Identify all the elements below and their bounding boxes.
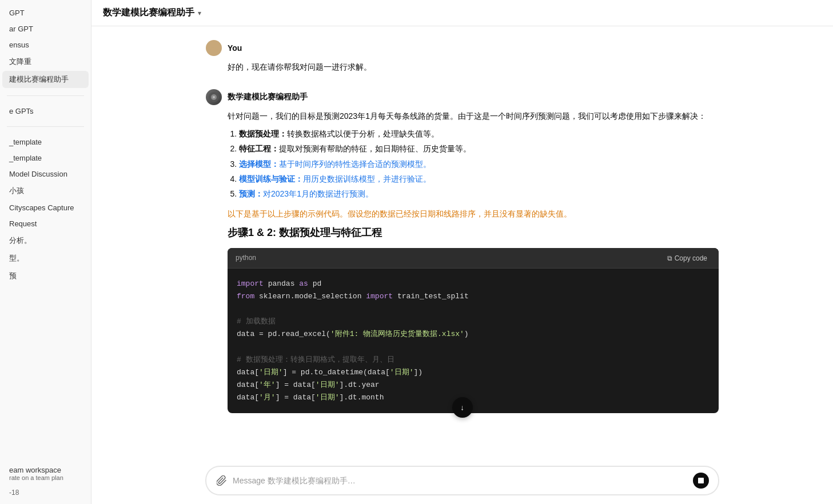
user-message-header: You	[206, 40, 719, 56]
sidebar-item-prediction[interactable]: 预	[2, 267, 89, 285]
step-2: 特征工程：提取对预测有帮助的特征，如日期特征、历史货量等。	[239, 142, 719, 155]
sidebar-item-model[interactable]: 型。	[2, 250, 89, 267]
steps-list: 数据预处理：转换数据格式以便于分析，处理缺失值等。 特征工程：提取对预测有帮助的…	[228, 127, 719, 201]
scroll-down-button[interactable]: ↓	[452, 397, 473, 418]
copy-icon: ⧉	[667, 254, 672, 262]
sidebar-item-explore-gpts[interactable]: e GPTs	[2, 103, 89, 119]
page-title: 数学建模比赛编程助手	[103, 7, 194, 19]
svg-rect-4	[698, 478, 704, 483]
bot-message-block: 数学建模比赛编程助手 针对问题一，我们的目标是预测2023年1月每天每条线路的货…	[206, 89, 719, 413]
user-message-content: 好的，现在请你帮我对问题一进行求解。	[228, 61, 719, 73]
message-input-container	[206, 466, 719, 495]
sidebar-item-kids[interactable]: 小孩	[2, 182, 89, 199]
input-area	[91, 459, 833, 504]
send-icon	[697, 477, 705, 485]
user-avatar	[206, 40, 222, 56]
bot-intro: 针对问题一，我们的目标是预测2023年1月每天每条线路的货量。由于这是一个时间序…	[228, 110, 719, 122]
sidebar-item-template1[interactable]: _template	[2, 134, 89, 150]
sidebar-team-workspace[interactable]: eam workspace rate on a team plan	[2, 461, 89, 486]
send-button[interactable]	[693, 473, 709, 489]
copy-code-button[interactable]: ⧉ Copy code	[664, 253, 711, 263]
chat-container: You 好的，现在请你帮我对问题一进行求解。 数学建模比赛	[91, 26, 833, 459]
main-content: 数学建模比赛编程助手 ▾ You 好的，现在请你帮我对问题一进行求解。	[91, 0, 833, 504]
sidebar-item-census[interactable]: ensus	[2, 37, 89, 53]
sidebar-item-template2[interactable]: _template	[2, 150, 89, 166]
sidebar-footer-version: -18	[2, 486, 89, 499]
step-1: 数据预处理：转换数据格式以便于分析，处理缺失值等。	[239, 127, 719, 140]
team-workspace-title: eam workspace	[9, 466, 82, 474]
sidebar-item-gpt[interactable]: GPT	[2, 5, 89, 21]
section-heading: 步骤1 & 2: 数据预处理与特征工程	[228, 225, 719, 241]
step-5: 预测：对2023年1月的数据进行预测。	[239, 187, 719, 200]
user-name: You	[228, 43, 242, 53]
step-3: 选择模型：基于时间序列的特性选择合适的预测模型。	[239, 158, 719, 170]
message-input[interactable]	[233, 476, 688, 485]
sidebar-item-cityscapes[interactable]: Cityscapes Capture	[2, 200, 89, 215]
sidebar-item-analysis[interactable]: 分析。	[2, 232, 89, 249]
attach-button[interactable]	[216, 474, 228, 487]
sidebar-item-math-helper[interactable]: 建模比赛编程助手 ✏	[2, 71, 89, 88]
sidebar-item-reweight[interactable]: 文降重	[2, 53, 89, 70]
code-content: import pandas as pd from sklearn.model_s…	[228, 269, 719, 413]
svg-point-3	[213, 96, 215, 98]
chevron-down-icon: ↓	[460, 403, 464, 412]
user-message-block: You 好的，现在请你帮我对问题一进行求解。	[206, 40, 719, 73]
bot-message-header: 数学建模比赛编程助手	[206, 89, 719, 105]
bot-message-content: 针对问题一，我们的目标是预测2023年1月每天每条线路的货量。由于这是一个时间序…	[228, 110, 719, 413]
chevron-down-icon[interactable]: ▾	[198, 9, 201, 17]
step-4: 模型训练与验证：用历史数据训练模型，并进行验证。	[239, 173, 719, 185]
sidebar: GPT ar GPT ensus 文降重 建模比赛编程助手 ✏ e GPTs _…	[0, 0, 91, 504]
code-block: python ⧉ Copy code import pandas as pd f…	[228, 248, 719, 413]
header: 数学建模比赛编程助手 ▾	[91, 0, 833, 26]
attach-icon	[217, 475, 227, 486]
sidebar-item-model-discussion[interactable]: Model Discussion	[2, 166, 89, 182]
intro-note: 以下是基于以上步骤的示例代码。假设您的数据已经按日期和线路排序，并且没有显著的缺…	[228, 207, 719, 220]
team-workspace-subtitle: rate on a team plan	[9, 474, 82, 481]
chat-area: You 好的，现在请你帮我对问题一进行求解。 数学建模比赛	[91, 26, 833, 459]
code-block-header: python ⧉ Copy code	[228, 248, 719, 269]
code-language: python	[236, 253, 256, 263]
sidebar-item-bar-gpt[interactable]: ar GPT	[2, 21, 89, 37]
bot-name: 数学建模比赛编程助手	[228, 92, 308, 102]
sidebar-item-request[interactable]: Request	[2, 216, 89, 231]
bot-avatar	[206, 89, 222, 105]
